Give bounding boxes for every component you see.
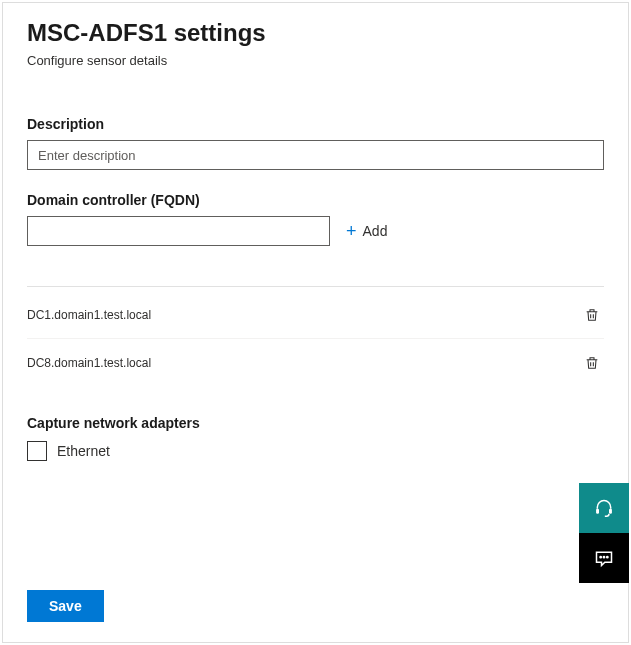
floating-actions bbox=[579, 483, 629, 583]
adapter-checkbox[interactable] bbox=[27, 441, 47, 461]
dc-row: DC1.domain1.test.local bbox=[27, 291, 604, 339]
add-button-label: Add bbox=[363, 223, 388, 239]
page-subtitle: Configure sensor details bbox=[27, 53, 604, 68]
headset-icon bbox=[594, 498, 614, 518]
adapter-label: Ethernet bbox=[57, 443, 110, 459]
chat-icon bbox=[594, 548, 614, 568]
save-button[interactable]: Save bbox=[27, 590, 104, 622]
settings-panel: MSC-ADFS1 settings Configure sensor deta… bbox=[2, 2, 629, 643]
svg-rect-0 bbox=[596, 509, 599, 514]
add-button[interactable]: + Add bbox=[340, 218, 393, 244]
feedback-button[interactable] bbox=[579, 533, 629, 583]
svg-point-2 bbox=[600, 557, 601, 558]
svg-point-4 bbox=[607, 557, 608, 558]
divider bbox=[27, 286, 604, 287]
svg-point-3 bbox=[603, 557, 604, 558]
description-label: Description bbox=[27, 116, 604, 132]
support-button[interactable] bbox=[579, 483, 629, 533]
dc-row: DC8.domain1.test.local bbox=[27, 339, 604, 387]
description-input[interactable] bbox=[27, 140, 604, 170]
plus-icon: + bbox=[346, 222, 357, 240]
dc-name: DC8.domain1.test.local bbox=[27, 356, 151, 370]
page-title: MSC-ADFS1 settings bbox=[27, 19, 604, 47]
fqdn-input[interactable] bbox=[27, 216, 330, 246]
adapter-row: Ethernet bbox=[27, 441, 604, 461]
adapters-label: Capture network adapters bbox=[27, 415, 604, 431]
trash-icon bbox=[584, 307, 600, 323]
fqdn-label: Domain controller (FQDN) bbox=[27, 192, 604, 208]
delete-button[interactable] bbox=[580, 303, 604, 327]
trash-icon bbox=[584, 355, 600, 371]
svg-rect-1 bbox=[609, 509, 612, 514]
dc-name: DC1.domain1.test.local bbox=[27, 308, 151, 322]
delete-button[interactable] bbox=[580, 351, 604, 375]
